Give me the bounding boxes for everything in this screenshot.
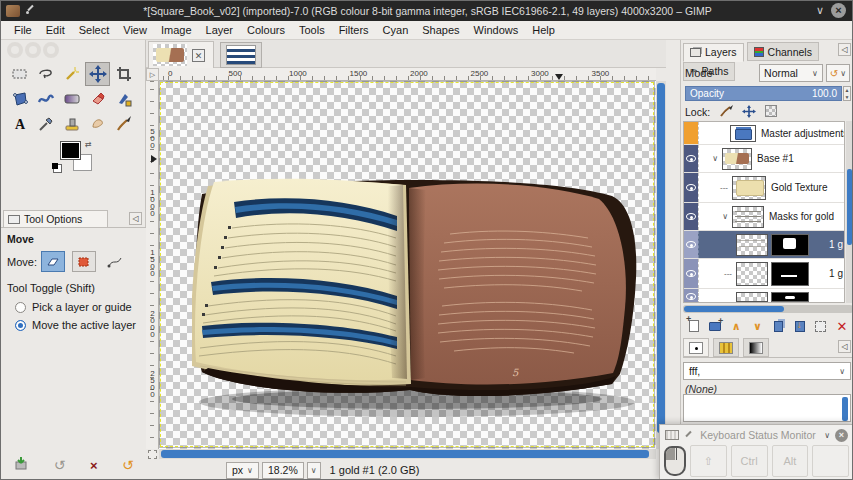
expand-chevron-icon[interactable]: ∨ xyxy=(698,145,720,172)
layer-name[interactable]: 1 g xyxy=(826,268,844,279)
image-menu-button[interactable]: ▷ xyxy=(146,68,159,81)
tool-clone[interactable] xyxy=(59,112,84,136)
layer-mask-thumbnail[interactable] xyxy=(771,234,809,256)
tool-colour-picker[interactable] xyxy=(33,112,58,136)
reset-tool-options-icon[interactable]: ↺ xyxy=(122,457,134,473)
opacity-spinner[interactable]: ▲▼ xyxy=(843,86,851,101)
tab-patterns[interactable] xyxy=(713,338,739,357)
layer-name[interactable]: Base #1 xyxy=(754,153,794,164)
close-window-icon[interactable]: × xyxy=(835,429,848,442)
canvas-vertical-scrollbar[interactable] xyxy=(656,81,666,449)
zoom-input[interactable]: 18.2% xyxy=(262,462,304,479)
radio-pick-layer[interactable]: Pick a layer or guide xyxy=(1,298,146,316)
radio-icon-selected[interactable] xyxy=(15,320,26,331)
quick-mask-toggle[interactable] xyxy=(148,450,157,459)
eye-icon[interactable] xyxy=(686,293,696,300)
layer-row-base-1[interactable]: ∨Base #1 xyxy=(684,145,844,173)
move-layer-button[interactable] xyxy=(41,251,65,272)
lower-layer-button[interactable]: ∨ xyxy=(748,318,766,334)
brush-tag-filter[interactable]: fff, ∨ xyxy=(683,362,851,380)
expand-chevron-icon[interactable]: ∨ xyxy=(698,203,730,230)
layer-name[interactable]: Master adjustments xyxy=(758,128,844,139)
layer-thumbnail[interactable] xyxy=(732,206,764,228)
layer-mask-thumbnail[interactable] xyxy=(771,292,809,302)
menu-help[interactable]: Help xyxy=(525,22,562,38)
tool-rectangle-select[interactable] xyxy=(7,62,32,86)
layer-thumbnail[interactable] xyxy=(736,292,768,302)
layer-mask-thumbnail[interactable] xyxy=(771,262,809,286)
menu-cyan[interactable]: Cyan xyxy=(376,22,416,38)
close-image-icon[interactable]: ✕ xyxy=(192,49,205,62)
image-tab-pages[interactable] xyxy=(220,42,262,68)
eye-icon[interactable] xyxy=(686,184,696,191)
layer-list-horizontal-scrollbar[interactable] xyxy=(683,305,853,313)
menu-shapes[interactable]: Shapes xyxy=(415,22,466,38)
layer-visibility-cell[interactable] xyxy=(684,289,698,303)
panel-menu-icon[interactable]: ◁ xyxy=(838,43,851,56)
keyboard-status-monitor-window[interactable]: Keyboard Status Monitor ∨ × ⇧CtrlAlt xyxy=(659,424,853,480)
tool-gradient[interactable] xyxy=(59,87,84,111)
canvas-horizontal-scrollbar[interactable] xyxy=(159,449,656,459)
new-layer-group-button[interactable] xyxy=(706,318,724,334)
raise-layer-button[interactable]: ∧ xyxy=(727,318,745,334)
lock-alpha-icon[interactable] xyxy=(765,105,777,119)
menu-edit[interactable]: Edit xyxy=(39,22,72,38)
delete-tool-preset-icon[interactable]: × xyxy=(90,458,98,473)
reset-colors-icon[interactable] xyxy=(53,164,62,173)
image-tab-book[interactable]: ✕ xyxy=(148,41,214,68)
brush-grid-scrollbar[interactable] xyxy=(842,397,848,421)
tab-channels[interactable]: Channels xyxy=(747,42,819,61)
layer-visibility-cell[interactable] xyxy=(684,122,698,144)
eye-icon[interactable] xyxy=(686,270,696,277)
menu-view[interactable]: View xyxy=(116,22,154,38)
layer-row-gold-texture[interactable]: ---Gold Texture xyxy=(684,173,844,203)
tool-smudge[interactable] xyxy=(85,112,110,136)
menu-image[interactable]: Image xyxy=(154,22,199,38)
vertical-ruler[interactable]: 5001000150020002500 xyxy=(146,81,159,449)
layer-row-masks-for-gold[interactable]: ∨Masks for gold xyxy=(684,203,844,231)
menu-select[interactable]: Select xyxy=(72,22,117,38)
save-tool-preset-icon[interactable] xyxy=(13,456,29,474)
tab-layers[interactable]: Layers xyxy=(683,43,744,62)
tab-gradients[interactable] xyxy=(743,338,769,357)
ksm-titlebar[interactable]: Keyboard Status Monitor ∨ × xyxy=(660,425,853,445)
restore-tool-preset-icon[interactable]: ↺ xyxy=(54,457,66,473)
tool-free-select[interactable] xyxy=(33,62,58,86)
shade-window-icon[interactable]: ∨ xyxy=(824,431,830,440)
layer-thumbnail[interactable] xyxy=(732,176,766,200)
duplicate-layer-button[interactable] xyxy=(770,318,788,334)
eye-icon[interactable] xyxy=(686,155,696,162)
new-layer-button[interactable] xyxy=(685,318,703,334)
layer-name[interactable]: Masks for gold xyxy=(766,211,834,222)
layer-visibility-cell[interactable] xyxy=(684,173,698,202)
tool-ink[interactable] xyxy=(111,87,136,111)
layer-row-master-adjustments[interactable]: Master adjustments xyxy=(684,122,844,145)
swap-colors-icon[interactable]: ⇄ xyxy=(85,140,92,149)
tool-text[interactable]: A xyxy=(7,112,32,136)
menu-tools[interactable]: Tools xyxy=(292,22,332,38)
tool-unified-transform[interactable] xyxy=(7,87,32,111)
brush-grid[interactable] xyxy=(683,394,851,422)
layer-thumbnail[interactable] xyxy=(730,125,756,142)
dock-splitter[interactable] xyxy=(666,40,681,480)
menu-windows[interactable]: Windows xyxy=(467,22,526,38)
eye-icon[interactable] xyxy=(686,213,696,220)
tool-fuzzy-select[interactable] xyxy=(59,62,84,86)
layer-thumbnail[interactable] xyxy=(736,262,768,286)
layer-name[interactable]: 1 g xyxy=(826,239,844,250)
layer-visibility-cell[interactable] xyxy=(684,145,698,172)
panel-menu-icon[interactable]: ◁ xyxy=(129,212,142,225)
mode-switch-button[interactable]: ↺∨ xyxy=(826,64,850,82)
close-window-icon[interactable]: × xyxy=(831,3,846,18)
blend-mode-select[interactable]: Normal ∨ xyxy=(759,64,823,82)
layer-visibility-cell[interactable] xyxy=(684,203,698,230)
move-selection-button[interactable] xyxy=(72,251,96,272)
tool-move[interactable] xyxy=(85,62,110,86)
layer-list-vertical-scrollbar[interactable] xyxy=(846,121,853,303)
menu-file[interactable]: File xyxy=(7,22,39,38)
canvas[interactable]: 5 xyxy=(159,81,656,449)
merge-layer-button[interactable] xyxy=(791,318,809,334)
eye-icon[interactable] xyxy=(686,241,696,248)
layer-row-1-g[interactable]: ---1 g xyxy=(684,259,844,289)
lock-position-icon[interactable] xyxy=(742,105,756,120)
